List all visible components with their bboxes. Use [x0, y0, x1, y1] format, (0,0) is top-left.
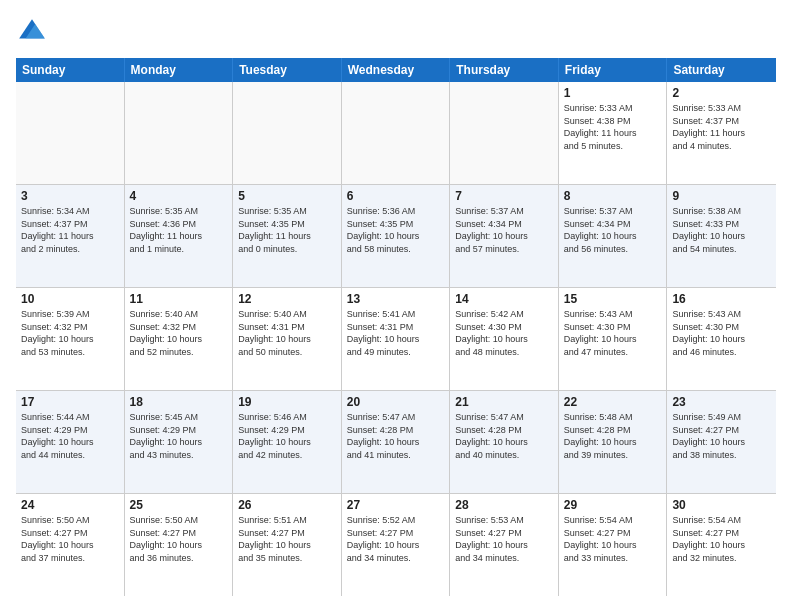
day-cell-23: 23Sunrise: 5:49 AM Sunset: 4:27 PM Dayli…: [667, 391, 776, 493]
day-number: 28: [455, 498, 553, 512]
day-info: Sunrise: 5:33 AM Sunset: 4:38 PM Dayligh…: [564, 102, 662, 152]
day-info: Sunrise: 5:35 AM Sunset: 4:35 PM Dayligh…: [238, 205, 336, 255]
day-number: 12: [238, 292, 336, 306]
day-number: 30: [672, 498, 771, 512]
day-number: 27: [347, 498, 445, 512]
day-info: Sunrise: 5:50 AM Sunset: 4:27 PM Dayligh…: [130, 514, 228, 564]
day-number: 10: [21, 292, 119, 306]
empty-cell: [125, 82, 234, 184]
day-info: Sunrise: 5:33 AM Sunset: 4:37 PM Dayligh…: [672, 102, 771, 152]
week-row-3: 17Sunrise: 5:44 AM Sunset: 4:29 PM Dayli…: [16, 391, 776, 494]
day-cell-7: 7Sunrise: 5:37 AM Sunset: 4:34 PM Daylig…: [450, 185, 559, 287]
day-info: Sunrise: 5:51 AM Sunset: 4:27 PM Dayligh…: [238, 514, 336, 564]
calendar-header: SundayMondayTuesdayWednesdayThursdayFrid…: [16, 58, 776, 82]
day-info: Sunrise: 5:34 AM Sunset: 4:37 PM Dayligh…: [21, 205, 119, 255]
day-info: Sunrise: 5:37 AM Sunset: 4:34 PM Dayligh…: [564, 205, 662, 255]
day-number: 9: [672, 189, 771, 203]
empty-cell: [342, 82, 451, 184]
day-cell-15: 15Sunrise: 5:43 AM Sunset: 4:30 PM Dayli…: [559, 288, 668, 390]
header-day-wednesday: Wednesday: [342, 58, 451, 82]
day-number: 2: [672, 86, 771, 100]
logo-icon: [16, 16, 48, 48]
day-cell-16: 16Sunrise: 5:43 AM Sunset: 4:30 PM Dayli…: [667, 288, 776, 390]
day-info: Sunrise: 5:45 AM Sunset: 4:29 PM Dayligh…: [130, 411, 228, 461]
day-cell-19: 19Sunrise: 5:46 AM Sunset: 4:29 PM Dayli…: [233, 391, 342, 493]
day-number: 14: [455, 292, 553, 306]
header-day-monday: Monday: [125, 58, 234, 82]
day-info: Sunrise: 5:47 AM Sunset: 4:28 PM Dayligh…: [455, 411, 553, 461]
day-number: 21: [455, 395, 553, 409]
day-cell-25: 25Sunrise: 5:50 AM Sunset: 4:27 PM Dayli…: [125, 494, 234, 596]
day-cell-13: 13Sunrise: 5:41 AM Sunset: 4:31 PM Dayli…: [342, 288, 451, 390]
calendar-body: 1Sunrise: 5:33 AM Sunset: 4:38 PM Daylig…: [16, 82, 776, 596]
header-day-saturday: Saturday: [667, 58, 776, 82]
day-cell-14: 14Sunrise: 5:42 AM Sunset: 4:30 PM Dayli…: [450, 288, 559, 390]
day-cell-2: 2Sunrise: 5:33 AM Sunset: 4:37 PM Daylig…: [667, 82, 776, 184]
day-info: Sunrise: 5:54 AM Sunset: 4:27 PM Dayligh…: [564, 514, 662, 564]
day-info: Sunrise: 5:49 AM Sunset: 4:27 PM Dayligh…: [672, 411, 771, 461]
day-cell-12: 12Sunrise: 5:40 AM Sunset: 4:31 PM Dayli…: [233, 288, 342, 390]
day-info: Sunrise: 5:53 AM Sunset: 4:27 PM Dayligh…: [455, 514, 553, 564]
week-row-0: 1Sunrise: 5:33 AM Sunset: 4:38 PM Daylig…: [16, 82, 776, 185]
day-cell-29: 29Sunrise: 5:54 AM Sunset: 4:27 PM Dayli…: [559, 494, 668, 596]
header-day-thursday: Thursday: [450, 58, 559, 82]
day-number: 15: [564, 292, 662, 306]
day-cell-24: 24Sunrise: 5:50 AM Sunset: 4:27 PM Dayli…: [16, 494, 125, 596]
day-info: Sunrise: 5:43 AM Sunset: 4:30 PM Dayligh…: [672, 308, 771, 358]
day-number: 5: [238, 189, 336, 203]
day-number: 4: [130, 189, 228, 203]
day-number: 23: [672, 395, 771, 409]
day-cell-6: 6Sunrise: 5:36 AM Sunset: 4:35 PM Daylig…: [342, 185, 451, 287]
calendar: SundayMondayTuesdayWednesdayThursdayFrid…: [16, 58, 776, 596]
day-info: Sunrise: 5:48 AM Sunset: 4:28 PM Dayligh…: [564, 411, 662, 461]
day-number: 3: [21, 189, 119, 203]
day-number: 8: [564, 189, 662, 203]
day-number: 25: [130, 498, 228, 512]
day-cell-5: 5Sunrise: 5:35 AM Sunset: 4:35 PM Daylig…: [233, 185, 342, 287]
day-info: Sunrise: 5:40 AM Sunset: 4:32 PM Dayligh…: [130, 308, 228, 358]
day-info: Sunrise: 5:44 AM Sunset: 4:29 PM Dayligh…: [21, 411, 119, 461]
day-cell-10: 10Sunrise: 5:39 AM Sunset: 4:32 PM Dayli…: [16, 288, 125, 390]
day-info: Sunrise: 5:35 AM Sunset: 4:36 PM Dayligh…: [130, 205, 228, 255]
day-number: 6: [347, 189, 445, 203]
empty-cell: [450, 82, 559, 184]
day-cell-1: 1Sunrise: 5:33 AM Sunset: 4:38 PM Daylig…: [559, 82, 668, 184]
day-info: Sunrise: 5:46 AM Sunset: 4:29 PM Dayligh…: [238, 411, 336, 461]
day-cell-9: 9Sunrise: 5:38 AM Sunset: 4:33 PM Daylig…: [667, 185, 776, 287]
day-number: 24: [21, 498, 119, 512]
week-row-1: 3Sunrise: 5:34 AM Sunset: 4:37 PM Daylig…: [16, 185, 776, 288]
day-cell-11: 11Sunrise: 5:40 AM Sunset: 4:32 PM Dayli…: [125, 288, 234, 390]
day-info: Sunrise: 5:42 AM Sunset: 4:30 PM Dayligh…: [455, 308, 553, 358]
day-number: 22: [564, 395, 662, 409]
day-info: Sunrise: 5:39 AM Sunset: 4:32 PM Dayligh…: [21, 308, 119, 358]
day-cell-27: 27Sunrise: 5:52 AM Sunset: 4:27 PM Dayli…: [342, 494, 451, 596]
day-number: 16: [672, 292, 771, 306]
day-number: 7: [455, 189, 553, 203]
day-number: 13: [347, 292, 445, 306]
day-info: Sunrise: 5:38 AM Sunset: 4:33 PM Dayligh…: [672, 205, 771, 255]
day-info: Sunrise: 5:54 AM Sunset: 4:27 PM Dayligh…: [672, 514, 771, 564]
day-number: 29: [564, 498, 662, 512]
day-cell-4: 4Sunrise: 5:35 AM Sunset: 4:36 PM Daylig…: [125, 185, 234, 287]
header-day-sunday: Sunday: [16, 58, 125, 82]
day-number: 11: [130, 292, 228, 306]
day-number: 18: [130, 395, 228, 409]
day-cell-20: 20Sunrise: 5:47 AM Sunset: 4:28 PM Dayli…: [342, 391, 451, 493]
header-day-tuesday: Tuesday: [233, 58, 342, 82]
day-number: 26: [238, 498, 336, 512]
day-cell-30: 30Sunrise: 5:54 AM Sunset: 4:27 PM Dayli…: [667, 494, 776, 596]
header: [16, 16, 776, 48]
day-cell-28: 28Sunrise: 5:53 AM Sunset: 4:27 PM Dayli…: [450, 494, 559, 596]
day-cell-3: 3Sunrise: 5:34 AM Sunset: 4:37 PM Daylig…: [16, 185, 125, 287]
header-day-friday: Friday: [559, 58, 668, 82]
day-number: 20: [347, 395, 445, 409]
day-cell-26: 26Sunrise: 5:51 AM Sunset: 4:27 PM Dayli…: [233, 494, 342, 596]
logo: [16, 16, 52, 48]
day-info: Sunrise: 5:41 AM Sunset: 4:31 PM Dayligh…: [347, 308, 445, 358]
day-info: Sunrise: 5:37 AM Sunset: 4:34 PM Dayligh…: [455, 205, 553, 255]
day-cell-8: 8Sunrise: 5:37 AM Sunset: 4:34 PM Daylig…: [559, 185, 668, 287]
day-cell-17: 17Sunrise: 5:44 AM Sunset: 4:29 PM Dayli…: [16, 391, 125, 493]
day-info: Sunrise: 5:36 AM Sunset: 4:35 PM Dayligh…: [347, 205, 445, 255]
day-cell-18: 18Sunrise: 5:45 AM Sunset: 4:29 PM Dayli…: [125, 391, 234, 493]
day-info: Sunrise: 5:43 AM Sunset: 4:30 PM Dayligh…: [564, 308, 662, 358]
